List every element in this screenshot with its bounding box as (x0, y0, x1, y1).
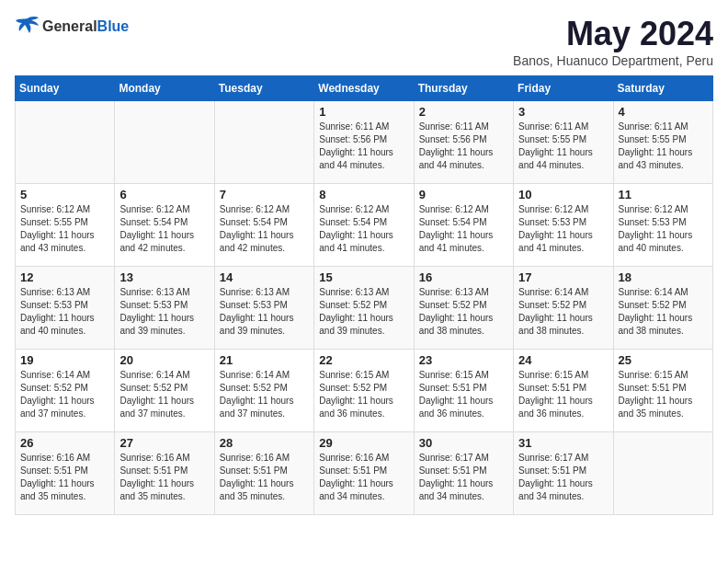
calendar-cell: 9Sunrise: 6:12 AM Sunset: 5:54 PM Daylig… (414, 184, 513, 267)
day-info: Sunrise: 6:17 AM Sunset: 5:51 PM Dayligh… (518, 452, 608, 503)
calendar-cell (613, 432, 712, 515)
day-info: Sunrise: 6:14 AM Sunset: 5:52 PM Dayligh… (119, 369, 209, 420)
day-info: Sunrise: 6:12 AM Sunset: 5:54 PM Dayligh… (319, 203, 408, 255)
calendar-cell: 21Sunrise: 6:14 AM Sunset: 5:52 PM Dayli… (214, 350, 313, 432)
day-info: Sunrise: 6:12 AM Sunset: 5:53 PM Dayligh… (518, 203, 608, 255)
day-info: Sunrise: 6:15 AM Sunset: 5:51 PM Dayligh… (619, 369, 708, 420)
day-info: Sunrise: 6:12 AM Sunset: 5:54 PM Dayligh… (119, 203, 209, 255)
day-info: Sunrise: 6:16 AM Sunset: 5:51 PM Dayligh… (319, 452, 408, 503)
calendar-week-row: 1Sunrise: 6:11 AM Sunset: 5:56 PM Daylig… (16, 101, 713, 184)
day-info: Sunrise: 6:14 AM Sunset: 5:52 PM Dayligh… (20, 369, 109, 420)
calendar-cell: 29Sunrise: 6:16 AM Sunset: 5:51 PM Dayli… (314, 432, 414, 515)
day-info: Sunrise: 6:16 AM Sunset: 5:51 PM Dayligh… (20, 452, 109, 503)
day-number: 27 (119, 436, 209, 450)
header-day-wednesday: Wednesday (314, 76, 414, 101)
day-info: Sunrise: 6:15 AM Sunset: 5:52 PM Dayligh… (319, 369, 408, 420)
calendar-table: SundayMondayTuesdayWednesdayThursdayFrid… (15, 75, 713, 515)
calendar-cell: 5Sunrise: 6:12 AM Sunset: 5:55 PM Daylig… (16, 184, 115, 267)
calendar-cell: 20Sunrise: 6:14 AM Sunset: 5:52 PM Dayli… (115, 350, 214, 432)
calendar-cell: 2Sunrise: 6:11 AM Sunset: 5:56 PM Daylig… (414, 101, 513, 184)
day-number: 21 (220, 353, 309, 367)
calendar-cell: 24Sunrise: 6:15 AM Sunset: 5:51 PM Dayli… (514, 350, 613, 432)
calendar-cell: 31Sunrise: 6:17 AM Sunset: 5:51 PM Dayli… (514, 432, 613, 515)
logo-bird-icon (15, 15, 40, 35)
calendar-cell: 14Sunrise: 6:13 AM Sunset: 5:53 PM Dayli… (214, 267, 313, 350)
calendar-cell: 22Sunrise: 6:15 AM Sunset: 5:52 PM Dayli… (314, 350, 414, 432)
day-number: 5 (20, 188, 109, 201)
day-number: 31 (518, 436, 608, 450)
day-number: 2 (419, 105, 508, 119)
day-number: 14 (220, 270, 309, 284)
day-info: Sunrise: 6:13 AM Sunset: 5:53 PM Dayligh… (20, 286, 109, 338)
header-day-saturday: Saturday (613, 76, 712, 101)
day-number: 6 (119, 188, 209, 201)
day-info: Sunrise: 6:15 AM Sunset: 5:51 PM Dayligh… (518, 369, 608, 420)
day-number: 19 (20, 353, 109, 367)
calendar-cell: 16Sunrise: 6:13 AM Sunset: 5:52 PM Dayli… (414, 267, 513, 350)
calendar-cell: 6Sunrise: 6:12 AM Sunset: 5:54 PM Daylig… (115, 184, 214, 267)
day-number: 3 (518, 105, 608, 119)
day-number: 11 (619, 188, 708, 201)
day-info: Sunrise: 6:12 AM Sunset: 5:55 PM Dayligh… (20, 203, 109, 255)
day-info: Sunrise: 6:13 AM Sunset: 5:52 PM Dayligh… (419, 286, 508, 338)
day-info: Sunrise: 6:11 AM Sunset: 5:56 PM Dayligh… (319, 121, 408, 172)
calendar-cell: 8Sunrise: 6:12 AM Sunset: 5:54 PM Daylig… (314, 184, 414, 267)
day-number: 30 (419, 436, 508, 450)
logo-general: General (42, 18, 97, 34)
calendar-cell: 18Sunrise: 6:14 AM Sunset: 5:52 PM Dayli… (613, 267, 712, 350)
day-info: Sunrise: 6:15 AM Sunset: 5:51 PM Dayligh… (419, 369, 508, 420)
calendar-cell: 19Sunrise: 6:14 AM Sunset: 5:52 PM Dayli… (16, 350, 115, 432)
day-number: 13 (119, 270, 209, 284)
day-number: 18 (619, 270, 708, 284)
day-number: 9 (419, 188, 508, 201)
day-number: 1 (319, 105, 408, 119)
page-header: GeneralBlue May 2024 Banos, Huanuco Depa… (15, 15, 713, 68)
calendar-cell: 1Sunrise: 6:11 AM Sunset: 5:56 PM Daylig… (314, 101, 414, 184)
day-info: Sunrise: 6:12 AM Sunset: 5:53 PM Dayligh… (619, 203, 708, 255)
month-title: May 2024 (513, 15, 713, 53)
calendar-week-row: 26Sunrise: 6:16 AM Sunset: 5:51 PM Dayli… (16, 432, 713, 515)
day-number: 29 (319, 436, 408, 450)
calendar-cell: 17Sunrise: 6:14 AM Sunset: 5:52 PM Dayli… (514, 267, 613, 350)
calendar-cell: 30Sunrise: 6:17 AM Sunset: 5:51 PM Dayli… (414, 432, 513, 515)
day-info: Sunrise: 6:12 AM Sunset: 5:54 PM Dayligh… (419, 203, 508, 255)
calendar-cell: 25Sunrise: 6:15 AM Sunset: 5:51 PM Dayli… (613, 350, 712, 432)
day-info: Sunrise: 6:11 AM Sunset: 5:56 PM Dayligh… (419, 121, 508, 172)
day-number: 26 (20, 436, 109, 450)
header-day-thursday: Thursday (414, 76, 513, 101)
day-number: 8 (319, 188, 408, 201)
day-info: Sunrise: 6:11 AM Sunset: 5:55 PM Dayligh… (619, 121, 708, 172)
day-info: Sunrise: 6:14 AM Sunset: 5:52 PM Dayligh… (220, 369, 309, 420)
day-number: 7 (220, 188, 309, 201)
day-info: Sunrise: 6:17 AM Sunset: 5:51 PM Dayligh… (419, 452, 508, 503)
calendar-cell: 28Sunrise: 6:16 AM Sunset: 5:51 PM Dayli… (214, 432, 313, 515)
calendar-cell (16, 101, 115, 184)
day-number: 23 (419, 353, 508, 367)
title-area: May 2024 Banos, Huanuco Department, Peru (513, 15, 713, 68)
day-info: Sunrise: 6:11 AM Sunset: 5:55 PM Dayligh… (518, 121, 608, 172)
day-number: 12 (20, 270, 109, 284)
calendar-cell: 7Sunrise: 6:12 AM Sunset: 5:54 PM Daylig… (214, 184, 313, 267)
calendar-cell: 4Sunrise: 6:11 AM Sunset: 5:55 PM Daylig… (613, 101, 712, 184)
day-info: Sunrise: 6:13 AM Sunset: 5:53 PM Dayligh… (119, 286, 209, 338)
header-day-tuesday: Tuesday (214, 76, 313, 101)
header-day-monday: Monday (115, 76, 214, 101)
day-number: 16 (419, 270, 508, 284)
day-info: Sunrise: 6:12 AM Sunset: 5:54 PM Dayligh… (220, 203, 309, 255)
calendar-week-row: 5Sunrise: 6:12 AM Sunset: 5:55 PM Daylig… (16, 184, 713, 267)
logo-blue: Blue (97, 18, 130, 34)
day-number: 25 (619, 353, 708, 367)
day-number: 15 (319, 270, 408, 284)
day-info: Sunrise: 6:13 AM Sunset: 5:52 PM Dayligh… (319, 286, 408, 338)
day-number: 24 (518, 353, 608, 367)
calendar-cell: 26Sunrise: 6:16 AM Sunset: 5:51 PM Dayli… (16, 432, 115, 515)
calendar-cell (214, 101, 313, 184)
day-info: Sunrise: 6:13 AM Sunset: 5:53 PM Dayligh… (220, 286, 309, 338)
calendar-week-row: 19Sunrise: 6:14 AM Sunset: 5:52 PM Dayli… (16, 350, 713, 432)
calendar-cell (115, 101, 214, 184)
calendar-cell: 15Sunrise: 6:13 AM Sunset: 5:52 PM Dayli… (314, 267, 414, 350)
day-number: 10 (518, 188, 608, 201)
day-number: 17 (518, 270, 608, 284)
location-subtitle: Banos, Huanuco Department, Peru (513, 53, 713, 68)
calendar-week-row: 12Sunrise: 6:13 AM Sunset: 5:53 PM Dayli… (16, 267, 713, 350)
